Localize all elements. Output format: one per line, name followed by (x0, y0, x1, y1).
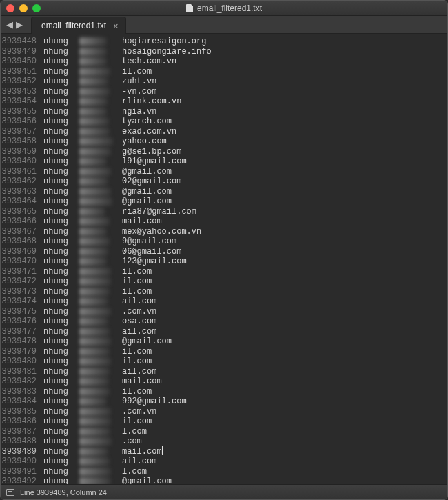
text-line[interactable]: 3939458nhungyahoo.com (1, 137, 447, 147)
line-number: 3939487 (1, 427, 43, 437)
panel-toggle-icon[interactable] (6, 489, 14, 496)
line-col1: nhung (43, 297, 79, 307)
nav-back-icon[interactable]: ◀ (6, 19, 13, 30)
tab-close-icon[interactable]: × (113, 21, 119, 30)
text-line[interactable]: 3939485nhung.com.vn (1, 407, 447, 417)
line-redacted (79, 87, 122, 97)
line-col3: l.com (122, 427, 147, 437)
minimize-window-button[interactable] (19, 4, 28, 12)
document-icon (186, 4, 193, 12)
text-line[interactable]: 3939482nhungmail.com (1, 377, 447, 387)
line-redacted (79, 127, 122, 137)
line-col1: nhung (43, 277, 79, 287)
text-line[interactable]: 3939457nhungexad.com.vn (1, 127, 447, 137)
text-line[interactable]: 3939454nhungrlink.com.vn (1, 97, 447, 107)
statusbar: Line 3939489, Column 24 (1, 484, 447, 499)
text-line[interactable]: 3939475nhung.com.vn (1, 307, 447, 317)
line-number: 3939476 (1, 317, 43, 327)
traffic-lights (6, 4, 41, 12)
tab-active[interactable]: email_filtered1.txt × (31, 17, 126, 34)
text-line[interactable]: 3939464nhung@gmail.com (1, 197, 447, 207)
text-line[interactable]: 3939469nhung06@gmail.com (1, 247, 447, 257)
line-number: 3939477 (1, 327, 43, 337)
text-lines[interactable]: 3939448nhunghogiaresaigon.org3939449nhun… (1, 34, 447, 484)
text-line[interactable]: 3939465nhungria87@gmail.com (1, 207, 447, 217)
text-line[interactable]: 3939480nhungil.com (1, 357, 447, 367)
line-col3: 123@gmail.com (122, 257, 187, 267)
line-number: 3939466 (1, 217, 43, 227)
line-number: 3939479 (1, 347, 43, 357)
close-window-button[interactable] (6, 4, 14, 12)
line-col1: nhung (43, 137, 79, 147)
line-number: 3939468 (1, 237, 43, 247)
text-line[interactable]: 3939462nhung02@gmail.com (1, 177, 447, 187)
line-col3: tyarch.com (122, 117, 172, 127)
line-number: 3939454 (1, 97, 43, 107)
line-redacted (79, 377, 122, 387)
line-redacted (79, 267, 122, 277)
text-line[interactable]: 3939492nhung@gmail.com (1, 477, 447, 484)
text-line[interactable]: 3939470nhung123@gmail.com (1, 257, 447, 267)
line-number: 3939482 (1, 377, 43, 387)
text-line[interactable]: 3939456nhungtyarch.com (1, 117, 447, 127)
text-line[interactable]: 3939489nhungmail.com (1, 447, 447, 457)
line-col1: nhung (43, 357, 79, 367)
text-line[interactable]: 3939452nhungzuht.vn (1, 77, 447, 87)
line-col3: osa.com (122, 317, 156, 327)
text-line[interactable]: 3939467nhungmex@yahoo.com.vn (1, 227, 447, 237)
maximize-window-button[interactable] (32, 4, 41, 12)
text-line[interactable]: 3939487nhungl.com (1, 427, 447, 437)
line-col1: nhung (43, 247, 79, 257)
line-redacted (79, 357, 122, 367)
text-line[interactable]: 3939453nhung-vn.com (1, 87, 447, 97)
text-line[interactable]: 3939450nhungtech.com.vn (1, 57, 447, 67)
editor-area[interactable]: 3939448nhunghogiaresaigon.org3939449nhun… (1, 34, 447, 484)
text-line[interactable]: 3939479nhungil.com (1, 347, 447, 357)
text-line[interactable]: 3939461nhung@gmail.com (1, 167, 447, 177)
line-col3: zuht.vn (122, 77, 156, 87)
text-line[interactable]: 3939476nhungosa.com (1, 317, 447, 327)
line-col1: nhung (43, 447, 79, 457)
line-col1: nhung (43, 387, 79, 397)
line-number: 3939486 (1, 417, 43, 427)
line-col3: mail.com (122, 377, 162, 387)
line-col1: nhung (43, 307, 79, 317)
text-line[interactable]: 3939455nhungngia.vn (1, 107, 447, 117)
text-line[interactable]: 3939491nhungl.com (1, 467, 447, 477)
text-line[interactable]: 3939466nhungmail.com (1, 217, 447, 227)
text-line[interactable]: 3939451nhungil.com (1, 67, 447, 77)
text-line[interactable]: 3939460nhungl91@gmail.com (1, 157, 447, 167)
line-col1: nhung (43, 87, 79, 97)
line-col1: nhung (43, 457, 79, 467)
text-line[interactable]: 3939448nhunghogiaresaigon.org (1, 37, 447, 47)
text-line[interactable]: 3939477nhungail.com (1, 327, 447, 337)
line-number: 3939473 (1, 287, 43, 297)
nav-forward-icon[interactable]: ▶ (16, 19, 23, 30)
line-number: 3939485 (1, 407, 43, 417)
text-line[interactable]: 3939486nhungil.com (1, 417, 447, 427)
text-line[interactable]: 3939449nhunghosaigongiare.info (1, 47, 447, 57)
text-line[interactable]: 3939468nhung9@gmail.com (1, 237, 447, 247)
text-line[interactable]: 3939472nhungil.com (1, 277, 447, 287)
text-line[interactable]: 3939483nhungil.com (1, 387, 447, 397)
line-redacted (79, 137, 122, 147)
line-number: 3939459 (1, 147, 43, 157)
text-line[interactable]: 3939481nhungail.com (1, 367, 447, 377)
line-number: 3939478 (1, 337, 43, 347)
line-col1: nhung (43, 107, 79, 117)
titlebar[interactable]: email_filtered1.txt (1, 1, 447, 16)
text-line[interactable]: 3939463nhung@gmail.com (1, 187, 447, 197)
text-line[interactable]: 3939490nhungail.com (1, 457, 447, 467)
text-line[interactable]: 3939474nhungail.com (1, 297, 447, 307)
text-cursor (162, 446, 163, 455)
text-line[interactable]: 3939478nhung@gmail.com (1, 337, 447, 347)
line-col1: nhung (43, 207, 79, 217)
text-line[interactable]: 3939471nhungil.com (1, 267, 447, 277)
text-line[interactable]: 3939484nhung992@gmail.com (1, 397, 447, 407)
text-line[interactable]: 3939473nhungil.com (1, 287, 447, 297)
line-redacted (79, 457, 122, 467)
line-redacted (79, 117, 122, 127)
line-number: 3939488 (1, 437, 43, 447)
text-line[interactable]: 3939459nhungg@se1.bp.com (1, 147, 447, 157)
text-line[interactable]: 3939488nhung.com (1, 437, 447, 447)
